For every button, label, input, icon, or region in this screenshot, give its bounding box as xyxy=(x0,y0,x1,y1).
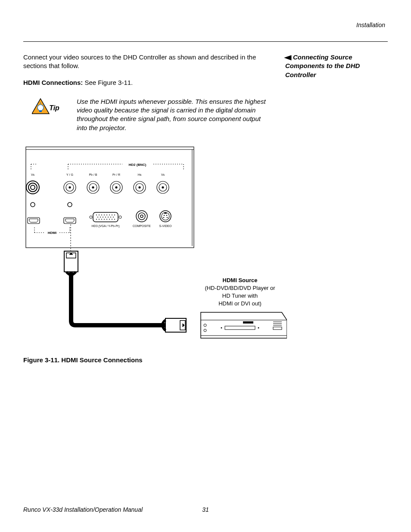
svg-point-26 xyxy=(115,187,117,188)
diag-vs-2: Vs xyxy=(161,173,165,176)
connection-diagram: HD2 (BNC) Vs Y / G Pb / B Pr / R Hs Vs xyxy=(23,144,287,347)
diag-pbb: Pb / B xyxy=(89,173,97,176)
svg-rect-68 xyxy=(164,212,167,214)
content-columns: Connect your video sources to the DHD Co… xyxy=(23,53,388,364)
svg-point-90 xyxy=(258,327,259,328)
footer: Runco VX-33d Installation/Operation Manu… xyxy=(23,506,388,513)
diag-prr: Pr / R xyxy=(112,173,120,176)
svg-point-39 xyxy=(119,216,121,218)
hdmi-port-2 xyxy=(64,218,76,224)
hdmi-connector-right xyxy=(162,318,186,332)
svg-point-23 xyxy=(92,187,94,188)
footer-spacer xyxy=(214,506,388,513)
svg-point-33 xyxy=(31,202,35,207)
svg-point-50 xyxy=(103,217,103,218)
svg-point-49 xyxy=(100,217,101,218)
svg-point-51 xyxy=(105,217,106,218)
diag-hd2-label: HD2 (BNC) xyxy=(129,163,146,167)
svg-point-64 xyxy=(138,213,145,220)
diag-src-l2: HD Tuner with xyxy=(222,292,258,299)
svg-point-63 xyxy=(136,211,147,222)
hdmi-connector-top xyxy=(64,251,78,275)
svg-point-54 xyxy=(113,217,114,218)
source-device xyxy=(201,312,287,338)
tip-block: Tip Use the HDMI inputs whenever possibl… xyxy=(23,97,269,132)
bnc-solid xyxy=(26,181,39,194)
svg-point-69 xyxy=(163,217,164,218)
side-l2: Components to the DHD xyxy=(285,62,360,69)
svg-point-38 xyxy=(90,216,92,218)
diag-composite: COMPOSITE xyxy=(133,224,151,227)
figure-caption: Figure 3-11. HDMI Source Connections xyxy=(23,356,269,364)
side-heading: ◀Connecting Source Components to the DHD… xyxy=(285,53,376,79)
page: Installation Connect your video sources … xyxy=(0,0,411,532)
svg-point-29 xyxy=(139,187,140,188)
footer-page-number: 31 xyxy=(197,506,214,513)
composite-port xyxy=(136,211,147,222)
svg-point-52 xyxy=(108,217,109,218)
svg-point-60 xyxy=(109,219,110,220)
diag-svideo: S-VIDEO xyxy=(159,224,172,227)
hdmi-port-1 xyxy=(28,218,40,224)
svg-point-88 xyxy=(221,327,222,328)
svg-point-32 xyxy=(162,187,164,188)
svg-point-20 xyxy=(69,187,71,188)
svg-point-62 xyxy=(114,219,115,220)
vga-port xyxy=(90,212,121,222)
svg-point-48 xyxy=(97,217,98,218)
svg-point-41 xyxy=(99,215,100,215)
svg-point-71 xyxy=(164,215,165,216)
svg-point-16 xyxy=(28,183,37,192)
hdmi-rest: See Figure 3-11. xyxy=(85,79,133,86)
svg-point-34 xyxy=(68,202,72,207)
svg-point-57 xyxy=(101,219,102,220)
hdmi-connections-line: HDMI Connections: See Figure 3-11. xyxy=(23,78,269,87)
diag-hdmi-label: HDMI xyxy=(48,231,56,235)
svg-rect-91 xyxy=(243,321,253,324)
hdmi-label: HDMI Connections: xyxy=(23,79,85,86)
diag-hs: Hs xyxy=(138,173,142,176)
svg-point-72 xyxy=(166,215,167,216)
svg-point-1 xyxy=(37,105,44,111)
svg-point-58 xyxy=(104,219,105,220)
svg-point-44 xyxy=(106,215,107,215)
left-pointer-icon: ◀ xyxy=(284,53,292,62)
tip-text: Use the HDMI inputs whenever possible. T… xyxy=(77,97,269,132)
diag-yg: Y / G xyxy=(66,173,73,176)
svg-rect-2 xyxy=(39,110,42,112)
running-header: Installation xyxy=(23,22,388,28)
svg-point-43 xyxy=(104,215,105,215)
diag-src-l3: HDMI or DVI out) xyxy=(218,300,262,307)
svg-point-61 xyxy=(112,219,112,220)
intro-paragraph: Connect your video sources to the DHD Co… xyxy=(23,53,269,71)
svg-point-17 xyxy=(31,185,35,190)
diag-hd3: HD3 (VGA / Y-Pb-Pr) xyxy=(92,224,120,228)
header-rule xyxy=(23,41,388,42)
svg-point-65 xyxy=(140,215,143,218)
svg-point-70 xyxy=(167,217,168,218)
tip-icon-wrap: Tip xyxy=(23,97,66,125)
diag-src-l1: (HD-DVD/BD/DVD Player or xyxy=(205,285,275,291)
svg-point-53 xyxy=(110,217,111,218)
svg-point-47 xyxy=(114,215,115,215)
svg-point-59 xyxy=(106,219,107,220)
svg-point-55 xyxy=(96,219,97,220)
diag-src-title: HDMI Source xyxy=(223,277,258,283)
footer-manual-title: Runco VX-33d Installation/Operation Manu… xyxy=(23,506,197,513)
svg-point-46 xyxy=(112,215,112,215)
side-l3: Controller xyxy=(285,71,316,78)
tip-label: Tip xyxy=(49,104,59,112)
svg-point-45 xyxy=(109,215,110,215)
svg-point-42 xyxy=(101,215,102,215)
svideo-port xyxy=(160,211,171,222)
side-column: ◀Connecting Source Components to the DHD… xyxy=(285,53,376,364)
main-column: Connect your video sources to the DHD Co… xyxy=(23,53,269,364)
side-l1: Connecting Source xyxy=(293,53,352,61)
svg-point-40 xyxy=(96,215,97,215)
svg-point-56 xyxy=(99,219,100,220)
diag-vs-1: Vs xyxy=(31,173,35,176)
